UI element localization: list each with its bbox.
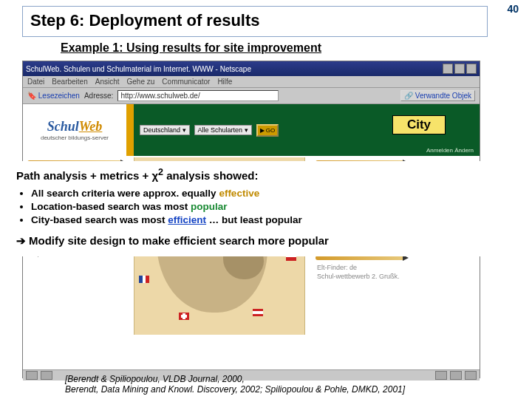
window-title-text: SchulWeb. Schulen und Schulmaterial im I… xyxy=(26,65,251,73)
logo: SchulWeb xyxy=(47,120,103,133)
related-button[interactable]: 🔗 Verwandte Objek xyxy=(400,90,475,101)
menu-item[interactable]: Hilfe xyxy=(217,78,232,86)
close-icon[interactable] xyxy=(466,64,477,74)
status-icon xyxy=(41,371,52,380)
slide-subtitle: Example 1: Using results for site improv… xyxy=(61,41,321,55)
menu-item[interactable]: Datei xyxy=(27,78,44,86)
page-number: 40 xyxy=(507,3,519,15)
city-callout: City xyxy=(392,115,446,134)
list-item: Schul-wettbewerb 2. Grußk. xyxy=(311,272,480,281)
citation: [Berendt & Spiliopoulou, VLDB Journal, 2… xyxy=(65,374,510,395)
bookmarks-button[interactable]: 🔖 Lesezeichen xyxy=(27,92,80,100)
analysis-lead: Path analysis + metrics + χ2 analysis sh… xyxy=(16,167,491,182)
go-button[interactable]: ▶ GO xyxy=(256,124,279,137)
slide-title: Step 6: Deployment of results xyxy=(22,6,488,37)
banner-links[interactable]: Anmelden Ändern xyxy=(426,148,474,154)
flag-ch-icon xyxy=(179,313,189,320)
menu-item[interactable]: Gehe zu xyxy=(127,78,155,86)
arrow-right-icon: ➔ xyxy=(16,234,26,247)
maximize-icon[interactable] xyxy=(454,64,465,74)
analysis-conclusion: ➔Modify site design to make efficient se… xyxy=(16,234,491,248)
schooltype-dropdown[interactable]: Alle Schularten ▾ xyxy=(194,125,252,135)
menu-item[interactable]: Ansicht xyxy=(95,78,120,86)
browser-titlebar: SchulWeb. Schulen und Schulmaterial im I… xyxy=(23,61,480,76)
site-banner: SchulWeb deutscher bildungs-server Deuts… xyxy=(23,104,480,156)
menu-item[interactable]: Communicator xyxy=(162,78,210,86)
country-dropdown[interactable]: Deutschland ▾ xyxy=(140,125,190,135)
minimize-icon[interactable] xyxy=(443,64,453,74)
logo-subtext: deutscher bildungs-server xyxy=(41,134,109,141)
list-item: Elt-Finder: de xyxy=(311,263,480,272)
flag-fr-icon xyxy=(139,276,149,283)
related-label: Verwandte Objek xyxy=(415,92,471,100)
analysis-bullets: All search criteria were approx. equally… xyxy=(31,188,491,225)
address-input[interactable]: http://www.schulweb.de/ xyxy=(117,90,279,101)
bookmarks-label: Lesezeichen xyxy=(38,92,80,100)
browser-toolbar: 🔖 Lesezeichen Adresse: http://www.schulw… xyxy=(23,88,480,104)
list-item: All search criteria were approx. equally… xyxy=(31,188,491,199)
status-icon xyxy=(26,371,38,380)
analysis-overlay: Path analysis + metrics + χ2 analysis sh… xyxy=(9,161,498,256)
flag-at-icon xyxy=(253,309,263,316)
menu-item[interactable]: Bearbeiten xyxy=(52,78,87,86)
list-item: Location-based search was most popular xyxy=(31,201,491,212)
browser-menubar: Datei Bearbeiten Ansicht Gehe zu Communi… xyxy=(23,76,480,88)
address-label: Adresse: xyxy=(84,92,113,100)
list-item: City-based search was most efficient … b… xyxy=(31,214,491,225)
